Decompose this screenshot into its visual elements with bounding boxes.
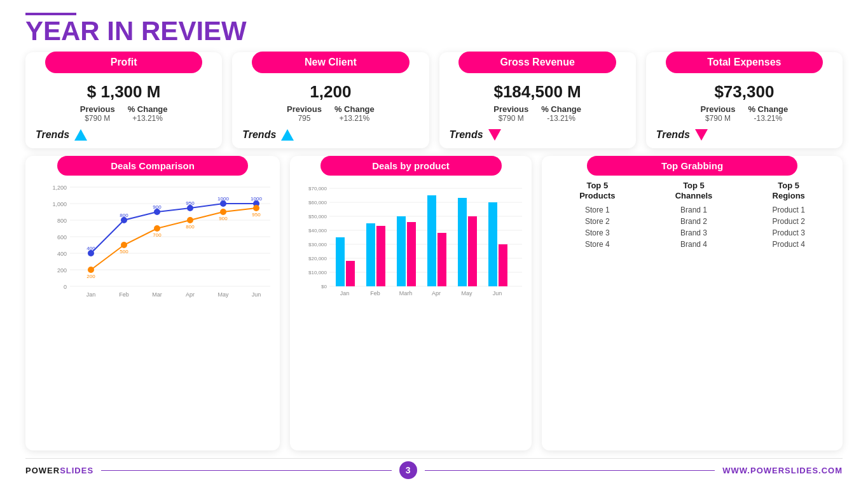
svg-text:May: May xyxy=(461,290,472,296)
kpi-row: Profit $ 1,300 M Previous $790 M % Chang… xyxy=(25,52,843,148)
svg-text:900: 900 xyxy=(153,204,162,210)
svg-text:1000: 1000 xyxy=(251,196,262,202)
svg-text:950: 950 xyxy=(252,212,261,218)
svg-text:$40,000: $40,000 xyxy=(308,228,327,234)
svg-text:$10,000: $10,000 xyxy=(308,270,327,275)
kpi-trend-label-total-expenses: Trends xyxy=(656,129,690,141)
header-accent-line xyxy=(25,13,76,15)
footer-brand: POWERSLIDES xyxy=(25,466,93,475)
svg-rect-76 xyxy=(488,202,497,286)
svg-rect-67 xyxy=(346,261,355,286)
kpi-badge-profit: Profit xyxy=(45,52,202,73)
footer-line-right xyxy=(425,470,715,471)
svg-text:1,000: 1,000 xyxy=(52,201,67,207)
svg-point-36 xyxy=(220,209,226,215)
page: YEAR IN REVIEW Profit $ 1,300 M Previous… xyxy=(0,0,868,488)
svg-text:800: 800 xyxy=(120,213,128,218)
svg-text:0: 0 xyxy=(64,284,67,290)
trend-up-icon-new-client xyxy=(281,129,294,141)
footer-website: WWW.POWERSLIDES.COM xyxy=(722,466,843,475)
kpi-value-total-expenses: $73,300 xyxy=(714,82,774,102)
kpi-change-label-gross-revenue: % Change xyxy=(541,104,581,114)
kpi-change-label-new-client: % Change xyxy=(334,104,375,114)
kpi-previous-value-total-expenses: $790 M xyxy=(705,114,731,123)
svg-point-32 xyxy=(88,267,94,273)
svg-text:Feb: Feb xyxy=(370,290,380,296)
svg-text:200: 200 xyxy=(86,274,95,279)
svg-text:Apr: Apr xyxy=(432,290,441,296)
svg-text:$70,000: $70,000 xyxy=(308,186,327,192)
svg-text:$60,000: $60,000 xyxy=(308,200,327,206)
tg-header-regions: Top 5Regions xyxy=(773,181,805,200)
svg-text:Jun: Jun xyxy=(493,290,502,296)
trend-up-icon-profit xyxy=(74,129,87,141)
kpi-previous-label-new-client: Previous xyxy=(287,104,322,114)
svg-text:500: 500 xyxy=(120,249,128,254)
svg-rect-70 xyxy=(397,216,406,286)
svg-rect-69 xyxy=(376,226,385,286)
kpi-sub-row-gross-revenue: Previous $790 M % Change -13.21% xyxy=(439,104,636,123)
tg-item-brand1: Brand 1 xyxy=(680,206,707,214)
top-grabbing-content: Top 5Products Store 1 Store 2 Store 3 St… xyxy=(542,181,843,249)
kpi-sub-previous-total-expenses: Previous $790 M xyxy=(700,104,735,123)
svg-text:$20,000: $20,000 xyxy=(308,256,327,261)
svg-text:Jan: Jan xyxy=(340,290,350,296)
svg-text:900: 900 xyxy=(219,216,228,221)
kpi-sub-change-new-client: % Change +13.21% xyxy=(334,104,375,123)
kpi-trend-label-profit: Trends xyxy=(36,129,69,141)
svg-text:Marh: Marh xyxy=(399,290,413,296)
deals-by-product-card: Deals by product $70,000 $60,000 $50,000… xyxy=(290,156,532,450)
svg-point-35 xyxy=(187,217,193,223)
kpi-sub-previous-gross-revenue: Previous $790 M xyxy=(493,104,528,123)
kpi-sub-previous-profit: Previous $790 M xyxy=(80,104,115,123)
svg-rect-66 xyxy=(336,237,345,286)
svg-rect-77 xyxy=(499,244,507,286)
footer-page-number: 3 xyxy=(399,461,417,479)
kpi-sub-change-gross-revenue: % Change -13.21% xyxy=(541,104,581,123)
kpi-previous-value-new-client: 795 xyxy=(298,114,310,123)
page-title: YEAR IN REVIEW xyxy=(25,18,843,45)
kpi-badge-gross-revenue: Gross Revenue xyxy=(458,52,616,73)
tg-item-brand3: Brand 3 xyxy=(680,228,707,237)
svg-text:400: 400 xyxy=(86,246,95,251)
svg-text:800: 800 xyxy=(186,224,195,230)
svg-text:$0: $0 xyxy=(321,284,327,289)
kpi-change-value-profit: +13.21% xyxy=(132,114,163,123)
svg-text:800: 800 xyxy=(57,218,67,224)
kpi-trend-label-new-client: Trends xyxy=(242,129,276,141)
title-part1: YEAR IN xyxy=(25,16,141,46)
svg-rect-68 xyxy=(366,223,375,286)
bottom-row: Deals Comparison 1,200 1,000 800 600 400… xyxy=(25,156,843,450)
svg-rect-71 xyxy=(407,222,416,286)
kpi-sub-previous-new-client: Previous 795 xyxy=(287,104,322,123)
kpi-card-total-expenses: Total Expenses $73,300 Previous $790 M %… xyxy=(646,52,843,148)
kpi-value-profit: $ 1,300 M xyxy=(87,82,161,102)
kpi-trend-label-gross-revenue: Trends xyxy=(450,129,483,141)
kpi-trend-row-total-expenses: Trends xyxy=(646,129,843,141)
svg-text:1,200: 1,200 xyxy=(52,185,67,191)
kpi-trend-row-new-client: Trends xyxy=(232,129,429,141)
tg-header-channels: Top 5Channels xyxy=(675,181,713,200)
tg-item-store3: Store 3 xyxy=(585,228,610,237)
title-part2: REVIEW xyxy=(141,16,247,46)
kpi-previous-label-gross-revenue: Previous xyxy=(493,104,528,114)
svg-text:Apr: Apr xyxy=(186,291,195,298)
kpi-change-value-new-client: +13.21% xyxy=(339,114,369,123)
svg-text:1000: 1000 xyxy=(217,196,229,202)
svg-text:950: 950 xyxy=(186,200,195,206)
kpi-previous-value-gross-revenue: $790 M xyxy=(499,114,524,123)
svg-rect-74 xyxy=(458,198,467,286)
kpi-sub-row-total-expenses: Previous $790 M % Change -13.21% xyxy=(646,104,843,123)
svg-text:200: 200 xyxy=(57,267,67,274)
deals-by-product-chart: $70,000 $60,000 $50,000 $40,000 $30,000 … xyxy=(296,181,525,302)
kpi-previous-label-profit: Previous xyxy=(80,104,115,114)
tg-item-product4: Product 4 xyxy=(772,240,804,249)
kpi-card-gross-revenue: Gross Revenue $184,500 M Previous $790 M… xyxy=(439,52,636,148)
tg-item-brand2: Brand 2 xyxy=(680,217,707,226)
svg-text:400: 400 xyxy=(57,251,67,257)
kpi-sub-row-profit: Previous $790 M % Change +13.21% xyxy=(25,104,222,123)
kpi-change-label-total-expenses: % Change xyxy=(748,104,788,114)
top-grabbing-title: Top Grabbing xyxy=(587,156,797,176)
svg-rect-75 xyxy=(468,216,477,286)
kpi-card-profit: Profit $ 1,300 M Previous $790 M % Chang… xyxy=(25,52,222,148)
